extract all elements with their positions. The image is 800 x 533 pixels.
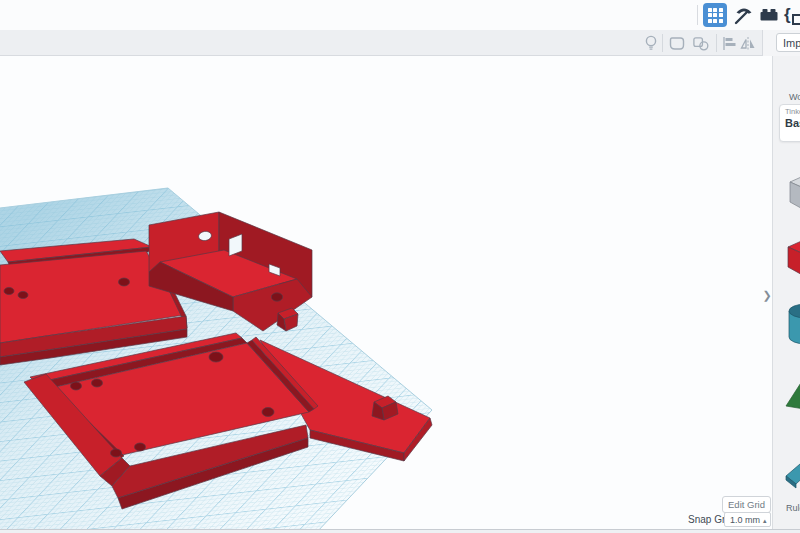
- top-bar: {: [0, 0, 800, 31]
- top-bar-separator: [697, 5, 698, 25]
- shape-thumb-box-hole[interactable]: [786, 168, 800, 220]
- import-button[interactable]: Import: [776, 33, 800, 52]
- show-all-button[interactable]: [642, 34, 660, 52]
- shape-thumb-pyramid[interactable]: [784, 374, 800, 416]
- ungroup-button[interactable]: [692, 34, 710, 52]
- shape-thumb-box[interactable]: [784, 233, 800, 285]
- ruler-icon: [784, 448, 800, 490]
- window-bottom-strip: [0, 529, 800, 533]
- box-hole-icon: [786, 168, 800, 216]
- snap-grid-value: 1.0 mm: [730, 515, 760, 525]
- action-toolbar: [0, 30, 800, 56]
- snap-grid-dropdown[interactable]: 1.0 mm▴: [724, 512, 771, 527]
- mirror-flip-icon: [739, 35, 757, 52]
- scene-3d: [0, 56, 800, 529]
- dropdown-arrow-icon: ▴: [763, 517, 767, 524]
- cylinder-icon: [786, 301, 800, 345]
- flip-button[interactable]: [739, 34, 757, 52]
- view-codeblocks-button[interactable]: {: [784, 3, 800, 27]
- brick-icon: [758, 4, 780, 26]
- ruler-helper-thumb[interactable]: [784, 448, 800, 494]
- workplane-helper-label[interactable]: Workplane: [789, 92, 800, 102]
- view-3d-editor-button[interactable]: [703, 3, 727, 27]
- view-blocks-button[interactable]: [731, 3, 755, 27]
- align-icon: [721, 35, 737, 52]
- ruler-helper-label: Ruler: [786, 503, 800, 513]
- library-brand-label: Tinkercad: [785, 107, 800, 116]
- view-bricks-button[interactable]: [757, 3, 781, 27]
- group-button[interactable]: [668, 34, 686, 52]
- align-button[interactable]: [720, 34, 738, 52]
- ungroup-shapes-icon: [692, 35, 710, 52]
- box-icon: [784, 233, 800, 281]
- pyramid-icon: [784, 374, 800, 412]
- shape-thumb-cylinder[interactable]: [786, 301, 800, 349]
- grid-icon: [708, 8, 723, 23]
- group-shape-icon: [668, 35, 686, 52]
- edit-grid-button[interactable]: Edit Grid: [722, 496, 771, 513]
- codeblocks-icon: {: [784, 3, 791, 27]
- pickaxe-icon: [732, 4, 754, 26]
- viewport-3d[interactable]: Edit Grid Snap Grid 1.0 mm▴ ❯: [0, 56, 800, 529]
- lightbulb-icon: [643, 34, 659, 52]
- library-category-label: Basic Shapes: [785, 117, 800, 129]
